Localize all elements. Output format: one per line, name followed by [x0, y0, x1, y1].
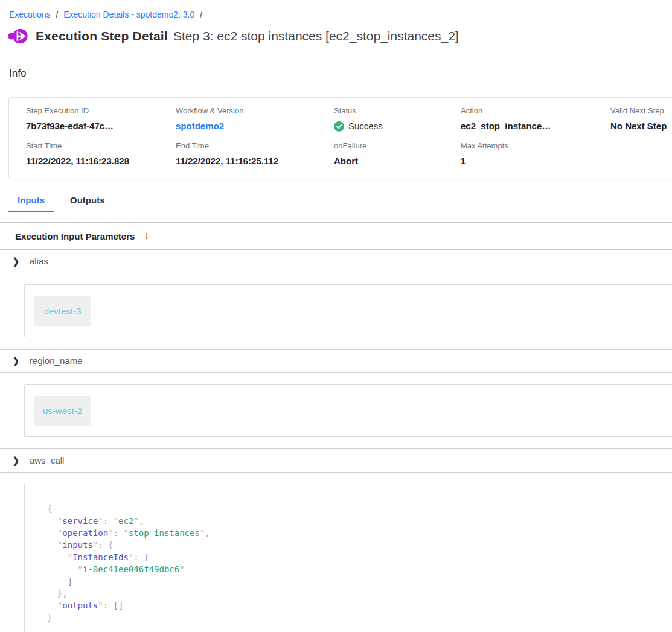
info-card-row: Start Time 11/22/2022, 11:16:23.828 End …: [26, 141, 672, 167]
tab-outputs[interactable]: Outputs: [61, 190, 114, 212]
param-block-alias: ❯ alias devtest-3: [0, 250, 672, 337]
empty-cell: [610, 141, 672, 167]
chevron-right-icon: ❯: [13, 455, 19, 465]
end-time-value: 11/22/2022, 11:16:25.112: [176, 156, 334, 167]
status-text: Success: [348, 121, 383, 132]
field-end-time: End Time 11/22/2022, 11:16:25.112: [176, 141, 334, 167]
action-value: ec2_stop_instance…: [461, 121, 610, 132]
valid-next-step-value: No Next Step: [610, 121, 672, 132]
field-workflow-version: Workflow & Version spotdemo2: [176, 106, 334, 132]
onfailure-value: Abort: [334, 156, 461, 167]
field-start-time: Start Time 11/22/2022, 11:16:23.828: [26, 141, 176, 167]
field-status: Status Success: [334, 106, 461, 132]
param-block-region-name: ❯ region_name us-west-2: [0, 349, 672, 437]
chevron-right-icon: ❯: [13, 256, 19, 266]
param-name: alias: [30, 256, 48, 266]
start-time-value: 11/22/2022, 11:16:23.828: [26, 156, 176, 167]
param-row-region-name[interactable]: ❯ region_name: [0, 349, 672, 373]
breadcrumb-link-executions[interactable]: Executions: [9, 10, 50, 19]
workflow-brand-icon: [8, 27, 28, 45]
check-circle-icon: [334, 121, 344, 132]
param-block-aws-call: ❯ aws_call { "service": "ec2", "operatio…: [0, 448, 672, 632]
breadcrumb-separator: /: [200, 10, 202, 19]
step-execution-id-value: 7b73f93e-edaf-47c…: [26, 121, 176, 132]
divider: [0, 88, 672, 88]
breadcrumb-separator: /: [56, 10, 58, 19]
param-value-chip: us-west-2: [34, 396, 91, 426]
aws-call-code: { "service": "ec2", "operation": "stop_i…: [24, 484, 672, 632]
param-name: region_name: [30, 356, 83, 366]
param-row-aws-call[interactable]: ❯ aws_call: [0, 448, 672, 473]
page-subtitle: Step 3: ec2 stop instances [ec2_stop_ins…: [173, 29, 459, 43]
info-section-title: Info: [0, 56, 672, 88]
tab-bar: Inputs Outputs: [0, 190, 672, 212]
workflow-link[interactable]: spotdemo2: [176, 121, 224, 131]
execution-input-parameters-header: Execution Input Parameters ↓: [0, 223, 672, 250]
chevron-right-icon: ❯: [13, 356, 19, 366]
execution-input-parameters-label: Execution Input Parameters: [15, 231, 135, 241]
param-panel-region-name: us-west-2: [24, 384, 672, 437]
info-card-row: Step Execution ID 7b73f93e-edaf-47c… Wor…: [26, 106, 672, 132]
breadcrumb-link-execution-details[interactable]: Execution Details - spotdemo2: 3.0: [63, 10, 194, 19]
tab-inputs[interactable]: Inputs: [8, 190, 54, 212]
field-onfailure: onFailure Abort: [334, 141, 461, 167]
download-arrow-icon[interactable]: ↓: [144, 230, 149, 242]
page-header: Execution Step Detail Step 3: ec2 stop i…: [0, 19, 672, 45]
page-title: Execution Step Detail: [36, 29, 168, 43]
field-action: Action ec2_stop_instance…: [461, 106, 610, 132]
breadcrumb: Executions / Execution Details - spotdem…: [0, 0, 672, 19]
field-step-execution-id: Step Execution ID 7b73f93e-edaf-47c…: [26, 106, 176, 132]
field-max-attempts: Max Attempts 1: [461, 141, 610, 167]
param-name: aws_call: [30, 455, 65, 465]
max-attempts-value: 1: [461, 156, 610, 167]
field-valid-next-step: Valid Next Step No Next Step: [610, 106, 672, 132]
param-panel-alias: devtest-3: [24, 284, 672, 337]
status-badge: Success: [334, 121, 461, 132]
info-card: Step Execution ID 7b73f93e-edaf-47c… Wor…: [8, 97, 672, 179]
param-row-alias[interactable]: ❯ alias: [0, 250, 672, 273]
param-value-chip: devtest-3: [34, 296, 91, 326]
